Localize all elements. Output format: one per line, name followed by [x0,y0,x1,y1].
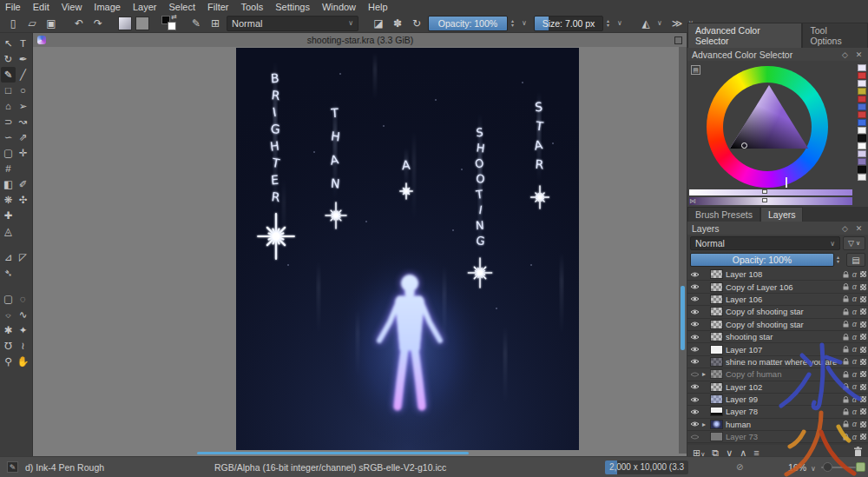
edit-shapes-tool[interactable]: ↻ [1,51,16,67]
open-document-icon[interactable]: ▱ [24,16,40,31]
select-shapes-tool[interactable]: ↖ [1,36,16,51]
fit-image-icon[interactable] [856,462,865,472]
menu-select[interactable]: Select [168,2,195,12]
fill-tool[interactable]: ❋ [1,192,16,208]
menu-settings[interactable]: Settings [275,2,310,12]
canvas-horizontal-scrollbar-thumb[interactable] [197,452,469,454]
tab-layers[interactable]: Layers [760,207,804,222]
layer-name[interactable]: Layer 73 [726,432,840,441]
shade-strip-dark[interactable] [689,197,852,205]
zoom-level[interactable]: 16% [788,462,806,473]
advanced-color-selector[interactable]: ▤ ⋈ [687,61,868,207]
wraparound-mode-icon[interactable]: ≫ [669,16,685,31]
color-history-swatch[interactable] [858,72,866,79]
layer-name[interactable]: Copy of human [726,369,840,379]
layer-name[interactable]: Layer 107 [726,345,840,354]
alpha-inherit-icon[interactable]: α [852,308,857,316]
layer-name[interactable]: shooting star [726,332,840,341]
layer-visibility-eye-icon[interactable] [689,408,700,415]
layer-visibility-eye-icon[interactable] [689,371,700,378]
layer-filter-button[interactable]: ▽∨ [843,236,865,250]
layer-visibility-eye-icon[interactable] [689,334,700,341]
brush-size-slider[interactable]: Size: 7.00 px [534,16,603,31]
layer-opacity-slider[interactable]: Opacity: 100% [690,253,834,267]
color-history-swatch[interactable] [858,127,866,134]
calligraphy-tool[interactable]: ✒ [16,51,30,67]
chevron-down-icon[interactable]: ∨ [522,19,530,27]
color-sampler-tool[interactable]: ✐ [16,176,30,192]
lock-icon[interactable] [843,394,849,405]
canvas-vertical-scrollbar-thumb[interactable] [681,286,685,350]
redo-icon[interactable]: ↷ [90,16,106,31]
pan-tool[interactable]: ✋ [16,354,30,369]
alpha-lock-icon[interactable] [860,359,866,365]
layer-name[interactable]: Layer 99 [726,394,840,404]
layer-thumbnail[interactable] [710,320,723,329]
mirror-view-icon[interactable]: ◭ [638,16,654,31]
lock-icon[interactable] [843,407,849,417]
chevron-down-icon[interactable]: ∨ [657,19,666,27]
layer-name[interactable]: Layer 78 [726,407,840,416]
layer-name[interactable]: human [726,420,840,429]
layer-name[interactable]: Copy of shooting star [726,307,840,316]
layer-thumbnail[interactable] [710,394,723,404]
background-color[interactable] [168,22,176,30]
alpha-inherit-icon[interactable]: α [852,420,857,428]
color-history-swatch[interactable] [858,135,866,142]
color-history-swatch[interactable] [858,103,866,110]
float-docker-icon[interactable]: ◇ [840,50,850,59]
layer-blending-mode-select[interactable]: Normal ∨ [690,236,840,250]
color-history-swatch[interactable] [858,64,866,71]
alpha-inherit-icon[interactable]: α [852,382,857,391]
chevron-down-icon[interactable]: ∨ [617,19,626,27]
freehand-brush-tool[interactable]: ✎ [1,67,16,83]
text-tool[interactable]: T [16,36,30,51]
layer-thumbnail[interactable] [710,295,723,304]
alpha-inherit-icon[interactable]: α [852,433,857,441]
opacity-spinner[interactable]: ▴▾ [511,19,518,28]
alpha-lock-icon[interactable] [860,284,866,290]
layer-row[interactable]: ▸Copy of humanα [687,368,868,381]
eraser-mode-icon[interactable]: ◪ [371,16,386,31]
layer-row[interactable]: Layer 106α [687,294,868,306]
bezier-curve-tool[interactable]: ⊃ [1,114,16,129]
measure-tool[interactable]: ⊿ [1,249,16,265]
dynamic-brush-tool[interactable]: ∽ [1,129,16,145]
painting-canvas[interactable]: BRIGHTERTHANASHOOTINGSTAR [236,48,579,450]
layer-name[interactable]: Layer 106 [726,295,840,304]
alpha-lock-icon[interactable] [860,347,866,353]
hue-ring[interactable] [707,66,828,188]
lock-icon[interactable] [843,307,849,317]
detach-window-icon[interactable] [674,36,682,44]
layer-visibility-eye-icon[interactable] [689,321,700,328]
magnetic-select-tool[interactable]: ≀ [16,338,30,354]
save-document-icon[interactable]: ▣ [43,16,59,31]
lock-icon[interactable] [843,369,849,380]
layer-row[interactable]: shooting starα [687,331,868,343]
lock-icon[interactable] [843,432,849,442]
chevron-down-icon[interactable]: ∨ [811,465,816,473]
size-spinner[interactable]: ▴▾ [607,19,614,28]
lock-icon[interactable] [843,419,849,429]
alpha-lock-icon[interactable] [860,384,866,390]
group-expand-icon[interactable]: ▸ [702,370,707,378]
polygon-tool[interactable]: ⌂ [1,98,16,114]
hue-marker[interactable] [786,177,787,188]
shade-marker-bottom[interactable] [762,198,767,202]
polyline-tool[interactable]: ➢ [16,98,30,114]
opacity-slider[interactable]: Opacity: 100% [428,16,508,31]
alpha-lock-icon[interactable] [860,296,866,302]
menu-view[interactable]: View [62,2,82,12]
layer-thumbnail[interactable] [710,407,723,416]
menu-file[interactable]: File [5,2,21,12]
alpha-inherit-icon[interactable]: α [852,357,857,366]
shade-strip-light[interactable] [689,189,852,195]
layer-name[interactable]: shine no matter where you are [726,357,840,367]
canvas-vertical-scrollbar[interactable] [679,47,687,454]
layer-thumbnail[interactable] [710,432,723,441]
layer-row[interactable]: Layer 99α [687,394,868,406]
alpha-lock-icon[interactable] [860,308,866,315]
layer-thumbnail[interactable] [710,345,723,354]
layer-properties-button[interactable]: ▤ [846,253,865,267]
line-tool[interactable]: ╱ [16,67,30,83]
